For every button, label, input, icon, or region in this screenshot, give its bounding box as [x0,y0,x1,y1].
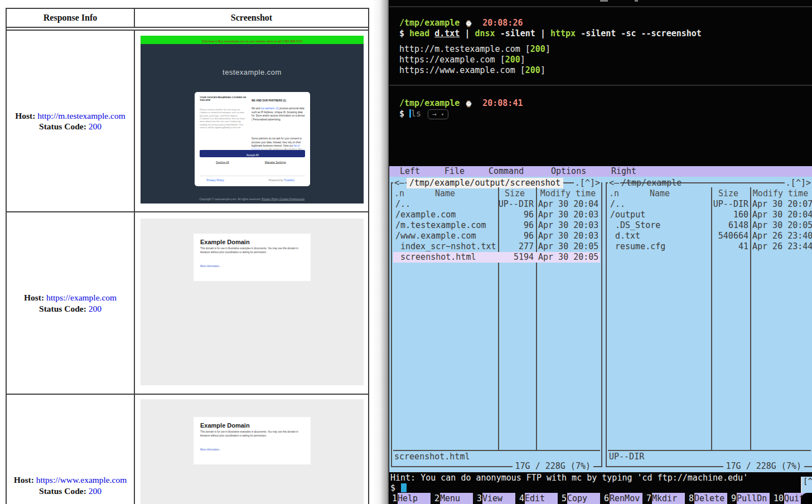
status-label: Status Code: [39,486,86,496]
more-information-link[interactable]: More information... [200,448,304,452]
powered-by: Powered by TrustArc [269,178,295,182]
watch-icon: ⌚ [465,20,472,27]
host-line: Host: https://www.example.com [14,474,127,485]
file-row[interactable]: /www.example.com96Apr 30 20:03 [393,231,600,241]
file-row[interactable]: resume.cfg41Apr 26 23:44 [608,241,811,252]
file-row[interactable]: /..UP--DIRApr 30 20:07 [608,199,811,210]
file-row[interactable]: /..UP--DIRApr 30 20:04 [393,199,600,210]
host-link[interactable]: https://example.com [46,293,117,302]
status-line: Status Code: 200 [39,486,102,496]
col-name[interactable]: Name [393,188,497,199]
file-row[interactable]: /output160Apr 30 20:04 [608,210,811,220]
panel-cap-left: <— [608,178,620,188]
watch-icon: ⌚ [465,100,472,108]
prompt-path: /tmp/example [399,98,460,108]
fkey-edit[interactable]: 4Edit [516,493,558,504]
screenshot-example-domain: Example Domain This domain is for use in… [141,219,364,385]
fkey-mkdir[interactable]: 7Mkdir [644,493,685,504]
menu-file[interactable]: File [444,166,465,177]
cookie-footer: Privacy Policy Powered by TrustArc [200,176,305,183]
col-mtime[interactable]: Modify time [750,188,811,199]
fkey-pulldn[interactable]: 9PullDn [728,493,770,504]
trustarc-link[interactable]: TrustArc [284,178,295,182]
status-line: Status Code: 200 [39,121,102,132]
screenshot-footer: Copyright © testexample.com. All rights … [141,193,364,203]
buy-domain-banner[interactable]: Click here to Buy testexample.com as you… [141,36,364,44]
fkey-copy[interactable]: 5Copy [559,493,600,504]
cookie-right-title: WE AND OUR PARTNERS (1) [252,99,305,103]
mc-menu-bar: Left File Command Options Right [389,166,812,177]
file-row[interactable]: .DS_Store6148Apr 30 20:05 [608,220,811,231]
block-separator [389,6,812,7]
mc-right-panel: <— /tmp/example .[^]> .n Name Size Modif… [606,182,812,467]
file-row[interactable]: /example.com96Apr 30 20:03 [393,210,600,220]
cookie-left-body: Please choose whether this site may use … [200,108,246,129]
accept-all-button[interactable]: Accept All [200,150,305,157]
menu-command[interactable]: Command [489,166,524,177]
command-line: $ head d.txt | dnsx -silent | httpx -sil… [399,28,702,39]
accept-suggestion-badge[interactable]: → ▾ [428,109,448,119]
panel-cap-right[interactable]: .[^]> [785,178,812,188]
fkey-view[interactable]: 3View [474,493,515,504]
cmd-file-arg: d.txt [434,28,460,38]
page-edge-shadow [373,0,389,504]
col-size[interactable]: Size [497,188,533,199]
manage-settings-link[interactable]: Manage Settings [264,161,286,164]
status-line: Status Code: 200 [39,303,102,314]
panel-cap-left: <— [393,178,405,188]
command-input-line[interactable]: $ ls→ ▾ [399,109,448,119]
panel-cap-right[interactable]: .[^]> [574,178,601,188]
function-key-bar: 1Help 2Menu 3View 4Edit 5Copy 6RenMov 7M… [389,493,812,504]
example-body: This domain is for use in illustrative e… [200,246,304,254]
status-code: 200 [89,486,102,496]
clipped-ui-fragment [600,0,608,2]
file-row[interactable]: d.txt540664Apr 26 23:40 [608,231,811,241]
clipped-ui-fragment [635,0,638,2]
cookie-consent-dialog: YOUR CHOICES REGARDING COOKIES ON THIS S… [195,92,310,186]
mini-status: UP--DIR [609,452,644,462]
menu-right[interactable]: Right [611,166,636,177]
privacy-policy-link[interactable]: Privacy Policy [206,178,224,182]
screenshot-cell: Example Domain This domain is for use in… [135,212,368,394]
file-row[interactable]: index_scr~nshot.txt277Apr 30 20:05 [393,241,600,252]
status-code: 200 [89,304,102,313]
footer-cookie-link[interactable]: Cookie Preferences [279,197,305,201]
example-heading: Example Domain [200,239,304,245]
file-row[interactable]: /m.testexample.com96Apr 30 20:03 [393,220,600,231]
file-row-selected[interactable]: screenshot.html5194Apr 30 20:05 [393,252,600,263]
col-mtime[interactable]: Modify time [536,188,600,199]
host-link[interactable]: http://m.testexample.com [37,111,125,120]
menu-options[interactable]: Options [551,166,586,177]
response-info-cell: Host: http://m.testexample.com Status Co… [7,31,135,211]
host-link[interactable]: https://www.example.com [36,475,127,484]
cookie-paragraph-1: We and our partners: (1) process persona… [252,106,305,122]
example-heading: Example Domain [200,422,304,429]
terminal: /tmp/example ⌚ 20:08:26 $ head d.txt | d… [389,0,812,504]
col-name[interactable]: Name [608,188,712,199]
more-information-link[interactable]: More information... [200,264,304,268]
disk-usage: 17G / 228G (7%) [723,461,804,472]
fkey-delete[interactable]: 8Delete [686,493,727,504]
col-size[interactable]: Size [710,188,747,199]
window-rounded-corner [801,493,812,504]
right-panel-path[interactable]: /tmp/example [621,178,682,188]
left-panel-path[interactable]: /tmp/example/output/screenshot [407,178,563,188]
our-partners-link[interactable]: our partners: (1) [261,106,279,109]
table-row: Host: https://www.example.com Status Cod… [7,394,368,504]
screenshot-testexample: Click here to Buy testexample.com as you… [141,36,364,203]
prompt-path: /tmp/example [399,18,460,28]
fkey-renmov[interactable]: 6RenMov [601,493,642,504]
clipped-panel-corner-badge: [^ [801,477,812,493]
host-label: Host: [14,475,34,484]
subshell-prompt[interactable]: $ [390,483,407,493]
footer-privacy-link[interactable]: Privacy Policy [262,197,279,201]
prompt-line: /tmp/example ⌚ 20:08:26 [399,18,523,29]
httpx-report-page: Response Info Screenshot Host: http://m.… [0,0,389,504]
right-arrow-icon: → [432,110,437,118]
fkey-help[interactable]: 1Help [389,493,431,504]
decline-all-link[interactable]: Decline All [216,161,229,164]
fkey-menu[interactable]: 2Menu [432,493,473,504]
host-line: Host: https://example.com [24,292,117,303]
menu-left[interactable]: Left [400,166,420,177]
cookie-links-row: Decline All Manage Settings [200,159,305,165]
